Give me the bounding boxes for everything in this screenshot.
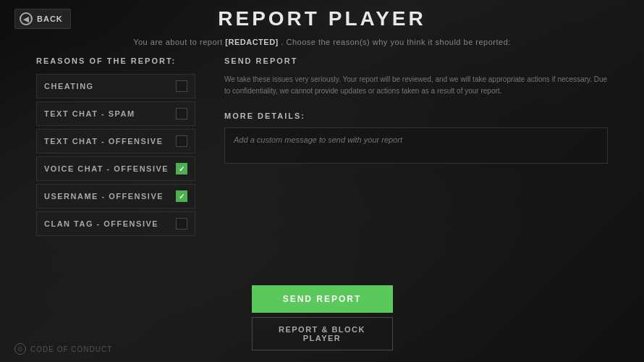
reason-checkbox-voice-chat-offensive	[176, 163, 187, 174]
subtitle: You are about to report [REDACTED] . Cho…	[0, 38, 644, 46]
bottom-buttons: SEND REPORT REPORT & BLOCK PLAYER	[0, 278, 644, 362]
reason-label-clan-tag-offensive: CLAN TAG - OFFENSIVE	[44, 219, 158, 228]
more-details-title: MORE DETAILS:	[224, 111, 608, 120]
reason-item-clan-tag-offensive[interactable]: CLAN TAG - OFFENSIVE	[36, 211, 195, 236]
send-report-button[interactable]: SEND REPORT	[252, 285, 393, 313]
reason-checkbox-text-chat-offensive	[176, 135, 187, 147]
subtitle-prefix: You are about to report	[133, 38, 223, 46]
custom-message-input[interactable]	[224, 127, 608, 164]
reason-label-text-chat-offensive: TEXT CHAT - OFFENSIVE	[44, 137, 164, 146]
send-report-title: SEND REPORT	[224, 56, 608, 65]
reason-item-username-offensive[interactable]: USERNAME - OFFENSIVE	[36, 184, 195, 209]
reason-item-voice-chat-offensive[interactable]: VOICE CHAT - OFFENSIVE	[36, 156, 195, 181]
reason-label-username-offensive: USERNAME - OFFENSIVE	[44, 192, 164, 201]
reason-item-text-chat-spam[interactable]: TEXT CHAT - SPAM	[36, 101, 195, 126]
reason-list: CHEATING TEXT CHAT - SPAM TEXT CHAT - OF…	[36, 74, 195, 236]
player-name: [REDACTED]	[225, 38, 278, 46]
reason-label-cheating: CHEATING	[44, 82, 94, 90]
reason-item-text-chat-offensive[interactable]: TEXT CHAT - OFFENSIVE	[36, 129, 195, 153]
reason-checkbox-text-chat-spam	[176, 108, 187, 119]
back-icon: ◀	[20, 12, 33, 25]
reason-checkbox-clan-tag-offensive	[176, 218, 187, 230]
reason-item-cheating[interactable]: CHEATING	[36, 74, 195, 98]
reason-label-text-chat-spam: TEXT CHAT - SPAM	[44, 109, 135, 118]
info-text: We take these issues very seriously. You…	[224, 74, 608, 97]
right-panel: SEND REPORT We take these issues very se…	[224, 56, 608, 278]
page-title: REPORT PLAYER	[218, 7, 425, 30]
back-button[interactable]: ◀ BACK	[14, 9, 71, 29]
report-block-button[interactable]: REPORT & BLOCK PLAYER	[252, 317, 393, 350]
back-label: BACK	[37, 14, 63, 23]
left-panel: REASONS OF THE REPORT: CHEATING TEXT CHA…	[36, 56, 195, 278]
reason-checkbox-username-offensive	[176, 190, 187, 202]
subtitle-suffix: . Choose the reason(s) why you think it …	[281, 38, 511, 46]
reason-checkbox-cheating	[176, 80, 187, 92]
reason-label-voice-chat-offensive: VOICE CHAT - OFFENSIVE	[44, 164, 169, 173]
header: ◀ BACK REPORT PLAYER	[0, 0, 644, 38]
reasons-panel-title: REASONS OF THE REPORT:	[36, 56, 195, 65]
main-content: REASONS OF THE REPORT: CHEATING TEXT CHA…	[0, 56, 644, 278]
